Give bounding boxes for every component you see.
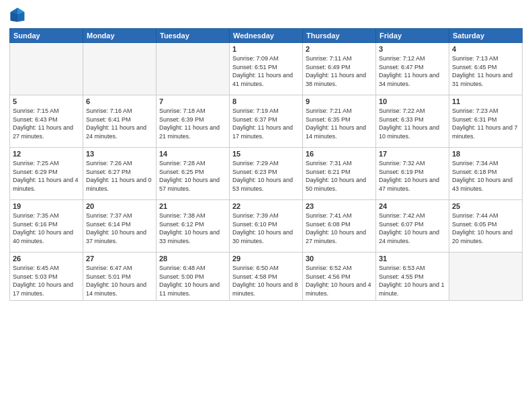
day-number: 27: [86, 255, 153, 263]
day-number: 31: [379, 255, 446, 263]
calendar-cell: 22Sunrise: 7:39 AMSunset: 6:10 PMDayligh…: [230, 200, 303, 253]
day-info: Sunrise: 7:21 AMSunset: 6:35 PMDaylight:…: [306, 107, 373, 140]
calendar-cell: 20Sunrise: 7:37 AMSunset: 6:14 PMDayligh…: [83, 200, 157, 253]
day-info: Sunrise: 7:32 AMSunset: 6:19 PMDaylight:…: [379, 159, 446, 193]
day-info: Sunrise: 7:13 AMSunset: 6:45 PMDaylight:…: [452, 54, 519, 88]
day-info: Sunrise: 7:35 AMSunset: 6:16 PMDaylight:…: [13, 212, 80, 245]
day-number: 5: [13, 97, 80, 105]
calendar-cell: 23Sunrise: 7:41 AMSunset: 6:08 PMDayligh…: [303, 200, 376, 253]
day-info: Sunrise: 7:11 AMSunset: 6:49 PMDaylight:…: [306, 54, 373, 88]
day-header-thursday: Thursday: [303, 29, 376, 43]
day-number: 25: [452, 202, 519, 210]
day-number: 14: [159, 150, 226, 158]
day-info: Sunrise: 6:48 AMSunset: 5:00 PMDaylight:…: [159, 264, 226, 298]
calendar-cell: 10Sunrise: 7:22 AMSunset: 6:33 PMDayligh…: [376, 95, 449, 148]
calendar-cell: 25Sunrise: 7:44 AMSunset: 6:05 PMDayligh…: [449, 200, 523, 253]
calendar-cell: 24Sunrise: 7:42 AMSunset: 6:07 PMDayligh…: [376, 200, 449, 253]
day-number: 4: [452, 45, 519, 53]
calendar-cell: 11Sunrise: 7:23 AMSunset: 6:31 PMDayligh…: [449, 95, 523, 148]
day-info: Sunrise: 7:18 AMSunset: 6:39 PMDaylight:…: [159, 107, 226, 140]
day-number: 8: [232, 97, 300, 105]
page: SundayMondayTuesdayWednesdayThursdayFrid…: [0, 0, 532, 411]
day-info: Sunrise: 6:52 AMSunset: 4:56 PMDaylight:…: [306, 264, 373, 298]
day-header-friday: Friday: [376, 29, 449, 43]
calendar-cell: 29Sunrise: 6:50 AMSunset: 4:58 PMDayligh…: [230, 253, 303, 301]
day-number: 18: [452, 150, 519, 158]
day-number: 22: [232, 202, 300, 210]
day-info: Sunrise: 6:50 AMSunset: 4:58 PMDaylight:…: [232, 264, 300, 298]
header: [9, 7, 523, 23]
day-number: 7: [159, 97, 226, 105]
day-info: Sunrise: 7:28 AMSunset: 6:25 PMDaylight:…: [159, 159, 226, 193]
calendar-cell: 28Sunrise: 6:48 AMSunset: 5:00 PMDayligh…: [157, 253, 230, 301]
calendar-cell: 17Sunrise: 7:32 AMSunset: 6:19 PMDayligh…: [376, 148, 449, 200]
calendar-week-row: 19Sunrise: 7:35 AMSunset: 6:16 PMDayligh…: [10, 200, 523, 253]
calendar-cell: 14Sunrise: 7:28 AMSunset: 6:25 PMDayligh…: [157, 148, 230, 200]
day-info: Sunrise: 7:12 AMSunset: 6:47 PMDaylight:…: [379, 54, 446, 88]
calendar-header-row: SundayMondayTuesdayWednesdayThursdayFrid…: [10, 29, 523, 43]
day-header-tuesday: Tuesday: [157, 29, 230, 43]
calendar-cell: 13Sunrise: 7:26 AMSunset: 6:27 PMDayligh…: [83, 148, 157, 200]
day-info: Sunrise: 7:15 AMSunset: 6:43 PMDaylight:…: [13, 107, 80, 140]
calendar-cell: 18Sunrise: 7:34 AMSunset: 6:18 PMDayligh…: [449, 148, 523, 200]
day-info: Sunrise: 7:09 AMSunset: 6:51 PMDaylight:…: [232, 54, 300, 88]
calendar-cell: 19Sunrise: 7:35 AMSunset: 6:16 PMDayligh…: [10, 200, 83, 253]
day-info: Sunrise: 7:29 AMSunset: 6:23 PMDaylight:…: [232, 159, 300, 193]
day-number: 23: [306, 202, 373, 210]
calendar-cell: [10, 43, 83, 95]
day-number: 12: [13, 150, 80, 158]
day-header-wednesday: Wednesday: [230, 29, 303, 43]
calendar-cell: 3Sunrise: 7:12 AMSunset: 6:47 PMDaylight…: [376, 43, 449, 95]
calendar-week-row: 5Sunrise: 7:15 AMSunset: 6:43 PMDaylight…: [10, 95, 523, 148]
calendar-cell: 1Sunrise: 7:09 AMSunset: 6:51 PMDaylight…: [230, 43, 303, 95]
day-info: Sunrise: 7:38 AMSunset: 6:12 PMDaylight:…: [159, 212, 226, 245]
day-number: 10: [379, 97, 446, 105]
day-info: Sunrise: 7:19 AMSunset: 6:37 PMDaylight:…: [232, 107, 300, 140]
logo-icon: [9, 7, 26, 23]
day-info: Sunrise: 7:37 AMSunset: 6:14 PMDaylight:…: [86, 212, 153, 245]
calendar-cell: 8Sunrise: 7:19 AMSunset: 6:37 PMDaylight…: [230, 95, 303, 148]
day-number: 3: [379, 45, 446, 53]
calendar-table: SundayMondayTuesdayWednesdayThursdayFrid…: [9, 28, 523, 301]
day-number: 17: [379, 150, 446, 158]
calendar-cell: 2Sunrise: 7:11 AMSunset: 6:49 PMDaylight…: [303, 43, 376, 95]
day-number: 21: [159, 202, 226, 210]
day-header-saturday: Saturday: [449, 29, 523, 43]
day-header-monday: Monday: [83, 29, 157, 43]
day-info: Sunrise: 6:45 AMSunset: 5:03 PMDaylight:…: [13, 264, 80, 298]
day-number: 30: [306, 255, 373, 263]
day-info: Sunrise: 7:42 AMSunset: 6:07 PMDaylight:…: [379, 212, 446, 245]
day-number: 28: [159, 255, 226, 263]
calendar-cell: 4Sunrise: 7:13 AMSunset: 6:45 PMDaylight…: [449, 43, 523, 95]
day-info: Sunrise: 7:22 AMSunset: 6:33 PMDaylight:…: [379, 107, 446, 140]
calendar-cell: 15Sunrise: 7:29 AMSunset: 6:23 PMDayligh…: [230, 148, 303, 200]
calendar-cell: 26Sunrise: 6:45 AMSunset: 5:03 PMDayligh…: [10, 253, 83, 301]
calendar-cell: 5Sunrise: 7:15 AMSunset: 6:43 PMDaylight…: [10, 95, 83, 148]
day-info: Sunrise: 7:41 AMSunset: 6:08 PMDaylight:…: [306, 212, 373, 245]
day-number: 1: [232, 45, 300, 53]
day-info: Sunrise: 6:53 AMSunset: 4:55 PMDaylight:…: [379, 264, 446, 298]
day-number: 2: [306, 45, 373, 53]
day-number: 15: [232, 150, 300, 158]
day-number: 29: [232, 255, 300, 263]
calendar-week-row: 26Sunrise: 6:45 AMSunset: 5:03 PMDayligh…: [10, 253, 523, 301]
calendar-cell: 12Sunrise: 7:25 AMSunset: 6:29 PMDayligh…: [10, 148, 83, 200]
calendar-cell: 21Sunrise: 7:38 AMSunset: 6:12 PMDayligh…: [157, 200, 230, 253]
calendar-cell: 9Sunrise: 7:21 AMSunset: 6:35 PMDaylight…: [303, 95, 376, 148]
day-number: 9: [306, 97, 373, 105]
day-info: Sunrise: 7:23 AMSunset: 6:31 PMDaylight:…: [452, 107, 519, 140]
calendar-cell: 31Sunrise: 6:53 AMSunset: 4:55 PMDayligh…: [376, 253, 449, 301]
logo: [9, 7, 27, 23]
day-number: 20: [86, 202, 153, 210]
calendar-cell: 30Sunrise: 6:52 AMSunset: 4:56 PMDayligh…: [303, 253, 376, 301]
day-number: 13: [86, 150, 153, 158]
calendar-cell: 16Sunrise: 7:31 AMSunset: 6:21 PMDayligh…: [303, 148, 376, 200]
day-info: Sunrise: 7:34 AMSunset: 6:18 PMDaylight:…: [452, 159, 519, 193]
calendar-cell: [83, 43, 157, 95]
calendar-cell: [157, 43, 230, 95]
day-info: Sunrise: 7:26 AMSunset: 6:27 PMDaylight:…: [86, 159, 153, 193]
day-info: Sunrise: 6:47 AMSunset: 5:01 PMDaylight:…: [86, 264, 153, 298]
calendar-cell: 6Sunrise: 7:16 AMSunset: 6:41 PMDaylight…: [83, 95, 157, 148]
day-number: 26: [13, 255, 80, 263]
calendar-cell: 7Sunrise: 7:18 AMSunset: 6:39 PMDaylight…: [157, 95, 230, 148]
